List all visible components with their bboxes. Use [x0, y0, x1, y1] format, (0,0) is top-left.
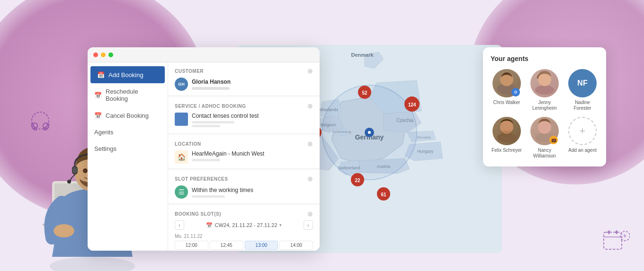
customer-section-title: Customer	[175, 69, 204, 74]
agent-chris-name: Chris Walker	[493, 100, 520, 105]
app-window: 📅 Add Booking 📅 Reschedule Booking 📅 Can…	[88, 47, 320, 251]
slot-icon: ☰	[175, 185, 188, 199]
next-week-button[interactable]: ›	[304, 220, 313, 230]
location-row: 🏠 HearMeAgain - Munich West	[175, 150, 313, 164]
service-row: Contact lenses control test	[175, 113, 313, 129]
svg-point-35	[368, 131, 371, 134]
time-slots-row1: 12:00 12:45 13:00 14:00	[175, 241, 313, 250]
sidebar-item-settings[interactable]: Settings	[88, 140, 168, 157]
agent-nadine-name: Nadine Forester	[566, 100, 599, 111]
svg-rect-5	[608, 230, 610, 234]
cancel-label: Cancel Booking	[106, 112, 149, 119]
agent-nancy-name: Nancy Williamson	[528, 148, 561, 159]
agent-jenny-avatar-wrapper	[530, 69, 559, 97]
location-section: Location ⊕ 🏠 HearMeAgain - Munich West	[168, 135, 320, 169]
service-info: Contact lenses control test	[192, 113, 313, 129]
reschedule-label: Reschedule Booking	[106, 88, 161, 102]
sidebar-item-reschedule[interactable]: 📅 Reschedule Booking	[88, 83, 168, 107]
calendar-icon-reschedule: 📅	[94, 91, 102, 99]
agent-felix-name: Felix Schreyer	[492, 148, 522, 153]
svg-text:61: 61	[381, 192, 386, 197]
svg-rect-3	[604, 232, 622, 249]
svg-point-12	[50, 257, 135, 271]
svg-text:Hungary: Hungary	[417, 149, 434, 154]
sidebar-item-cancel[interactable]: 📅 Cancel Booking	[88, 107, 168, 124]
add-agent-button[interactable]: +	[568, 117, 597, 145]
title-bar	[88, 47, 320, 62]
sidebar-item-add-booking[interactable]: 📅 Add Booking	[90, 66, 165, 83]
time-slot-1245[interactable]: 12:45	[210, 241, 243, 250]
calendar-icon-cancel: 📅	[94, 112, 102, 119]
booking-slots-header: Booking Slot(s) ⊕	[175, 210, 313, 218]
slot-nav: ‹ 📅 CW24, 21.11.22 - 27.11.22 ▾ ›	[175, 220, 313, 230]
time-slot-1200[interactable]: 12:00	[175, 241, 208, 250]
customer-row: GH Gloria Hanson	[175, 78, 313, 91]
slot-pref-row: ☰ Within the working times	[175, 185, 313, 199]
agent-felix: Felix Schreyer	[491, 117, 523, 159]
slot-pref-expand-icon[interactable]: ⊕	[307, 175, 313, 183]
add-agent-label: Add an agent	[568, 148, 597, 153]
svg-point-48	[535, 85, 554, 95]
location-header: Location ⊕	[175, 140, 313, 148]
location-section-title: Location	[175, 141, 201, 147]
booking-slots-title: Booking Slot(s)	[175, 211, 221, 217]
service-expand-icon[interactable]: ⊕	[307, 102, 313, 110]
svg-text:52: 52	[362, 90, 367, 96]
customer-info: Gloria Hanson	[192, 79, 313, 90]
agent-nadine-initials: NF	[568, 69, 597, 97]
booking-slots-expand[interactable]: ⊕	[307, 210, 313, 218]
slot-pref-title: Slot Preferences	[175, 176, 228, 182]
deco-calendar-icon: +	[601, 227, 630, 257]
close-dot[interactable]	[93, 52, 98, 57]
agent-add[interactable]: + Add an agent	[566, 117, 599, 159]
settings-label: Settings	[94, 145, 116, 152]
location-icon-box: 🏠	[175, 150, 188, 164]
service-line-2	[192, 125, 220, 127]
customer-sub-line	[192, 87, 230, 90]
svg-point-47	[500, 73, 513, 86]
agent-nadine: NF Nadine Forester	[566, 69, 599, 111]
service-name: Contact lenses control test	[192, 113, 313, 119]
agents-panel: Your agents ⚙ Chris Walker	[483, 47, 606, 166]
add-booking-label: Add Booking	[108, 71, 143, 79]
svg-point-19	[54, 224, 74, 237]
svg-text:124: 124	[408, 102, 416, 107]
maximize-dot[interactable]	[108, 52, 113, 57]
agent-felix-photo	[492, 117, 521, 145]
service-lines	[192, 121, 313, 127]
agent-chris-avatar-wrapper: ⚙	[492, 69, 521, 97]
agent-chris-badge: ⚙	[511, 88, 520, 96]
date-label: Mo. 21.11.22	[175, 234, 313, 239]
sidebar-item-agents[interactable]: Agents	[88, 124, 168, 140]
agent-nancy-badge: 💼	[549, 136, 558, 144]
minimize-dot[interactable]	[101, 52, 106, 57]
svg-rect-6	[616, 230, 617, 234]
location-expand-icon[interactable]: ⊕	[307, 140, 313, 148]
calendar-icon-add: 📅	[97, 71, 105, 79]
agents-label: Agents	[94, 129, 113, 136]
prev-week-button[interactable]: ‹	[175, 220, 184, 230]
slot-pref-name: Within the working times	[192, 187, 253, 193]
agents-grid: ⚙ Chris Walker Jenny Leningheim	[491, 69, 599, 159]
service-thumbnail	[175, 113, 188, 126]
slot-preferences-section: Slot Preferences ⊕ ☰ Within the working …	[168, 170, 320, 204]
time-slot-1400[interactable]: 14:00	[279, 241, 313, 250]
customer-expand-icon[interactable]: ⊕	[307, 67, 313, 75]
time-slot-1300[interactable]: 13:00	[245, 241, 278, 250]
location-name: HearMeAgain - Munich West	[192, 150, 264, 157]
agent-nancy-avatar-wrapper: 💼	[530, 117, 559, 145]
agent-jenny-name: Jenny Leningheim	[528, 100, 561, 111]
slot-sub-line	[192, 195, 225, 198]
svg-text:+: +	[623, 233, 626, 239]
main-panel: Customer ⊕ GH Gloria Hanson Service / Ad…	[168, 62, 320, 251]
location-info: HearMeAgain - Munich West	[192, 150, 264, 161]
customer-name: Gloria Hanson	[192, 79, 313, 85]
agent-felix-avatar-wrapper	[492, 117, 521, 145]
svg-text:Slovakia: Slovakia	[417, 135, 431, 140]
svg-point-14	[83, 168, 88, 173]
service-section: Service / Adhoc booking ⊕ Contact lenses…	[168, 97, 320, 134]
slot-pref-header: Slot Preferences ⊕	[175, 175, 313, 183]
agent-nadine-avatar: NF	[568, 69, 597, 97]
week-chevron-icon: ▾	[279, 223, 282, 227]
app-content: 📅 Add Booking 📅 Reschedule Booking 📅 Can…	[88, 62, 320, 251]
